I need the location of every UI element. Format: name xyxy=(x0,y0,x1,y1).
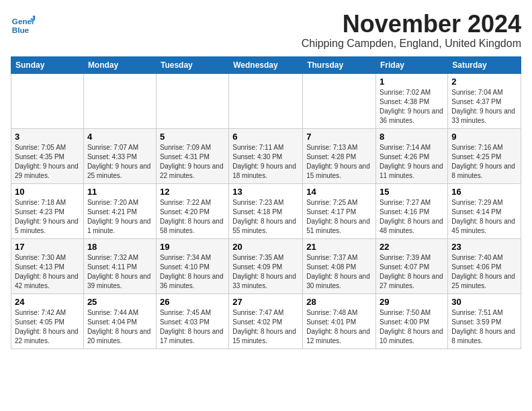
day-info: Sunrise: 7:40 AM Sunset: 4:06 PM Dayligh… xyxy=(451,253,517,291)
month-title: November 2024 xyxy=(302,11,521,38)
day-info: Sunrise: 7:32 AM Sunset: 4:11 PM Dayligh… xyxy=(87,253,152,291)
calendar-cell: 13Sunrise: 7:23 AM Sunset: 4:18 PM Dayli… xyxy=(229,183,303,238)
day-info: Sunrise: 7:22 AM Sunset: 4:20 PM Dayligh… xyxy=(160,198,225,236)
location-subtitle: Chipping Campden, England, United Kingdo… xyxy=(302,38,521,50)
day-number: 16 xyxy=(451,187,517,197)
calendar-cell: 6Sunrise: 7:11 AM Sunset: 4:30 PM Daylig… xyxy=(229,128,303,183)
weekday-header-thursday: Thursday xyxy=(303,56,376,73)
page-header: General Blue November 2024 Chipping Camp… xyxy=(11,11,521,54)
title-area: November 2024 Chipping Campden, England,… xyxy=(302,11,521,54)
day-number: 21 xyxy=(306,242,372,252)
day-info: Sunrise: 7:48 AM Sunset: 4:01 PM Dayligh… xyxy=(306,308,372,346)
calendar-cell: 8Sunrise: 7:14 AM Sunset: 4:26 PM Daylig… xyxy=(376,128,448,183)
day-number: 7 xyxy=(306,132,372,142)
day-number: 18 xyxy=(87,242,152,252)
svg-text:General: General xyxy=(12,17,35,26)
day-number: 24 xyxy=(15,297,80,307)
day-info: Sunrise: 7:27 AM Sunset: 4:16 PM Dayligh… xyxy=(380,198,444,236)
weekday-header-wednesday: Wednesday xyxy=(229,56,303,73)
calendar-cell: 4Sunrise: 7:07 AM Sunset: 4:33 PM Daylig… xyxy=(83,128,156,183)
calendar-cell: 1Sunrise: 7:02 AM Sunset: 4:38 PM Daylig… xyxy=(376,73,448,128)
day-info: Sunrise: 7:50 AM Sunset: 4:00 PM Dayligh… xyxy=(380,308,444,346)
svg-text:Blue: Blue xyxy=(12,26,30,34)
calendar-cell: 29Sunrise: 7:50 AM Sunset: 4:00 PM Dayli… xyxy=(376,293,448,349)
weekday-header-monday: Monday xyxy=(83,56,156,73)
calendar-header: SundayMondayTuesdayWednesdayThursdayFrid… xyxy=(11,56,521,73)
day-info: Sunrise: 7:02 AM Sunset: 4:38 PM Dayligh… xyxy=(380,88,444,126)
day-number: 4 xyxy=(87,132,152,142)
calendar-cell: 5Sunrise: 7:09 AM Sunset: 4:31 PM Daylig… xyxy=(156,128,228,183)
day-number: 10 xyxy=(15,187,80,197)
day-info: Sunrise: 7:23 AM Sunset: 4:18 PM Dayligh… xyxy=(232,198,299,236)
day-number: 28 xyxy=(306,297,372,307)
day-number: 14 xyxy=(306,187,372,197)
day-info: Sunrise: 7:45 AM Sunset: 4:03 PM Dayligh… xyxy=(160,308,225,346)
calendar-table: SundayMondayTuesdayWednesdayThursdayFrid… xyxy=(11,56,521,349)
calendar-cell: 17Sunrise: 7:30 AM Sunset: 4:13 PM Dayli… xyxy=(11,238,84,293)
day-info: Sunrise: 7:05 AM Sunset: 4:35 PM Dayligh… xyxy=(15,143,80,181)
calendar-cell: 12Sunrise: 7:22 AM Sunset: 4:20 PM Dayli… xyxy=(156,183,228,238)
calendar-cell: 25Sunrise: 7:44 AM Sunset: 4:04 PM Dayli… xyxy=(83,293,156,349)
day-info: Sunrise: 7:14 AM Sunset: 4:26 PM Dayligh… xyxy=(380,143,444,181)
day-number: 8 xyxy=(380,132,444,142)
calendar-week-row: 24Sunrise: 7:42 AM Sunset: 4:05 PM Dayli… xyxy=(11,293,521,349)
calendar-cell xyxy=(11,73,84,128)
day-number: 30 xyxy=(451,297,517,307)
day-info: Sunrise: 7:44 AM Sunset: 4:04 PM Dayligh… xyxy=(87,308,152,346)
day-number: 1 xyxy=(380,77,444,87)
day-number: 2 xyxy=(451,77,517,87)
calendar-cell: 10Sunrise: 7:18 AM Sunset: 4:23 PM Dayli… xyxy=(11,183,84,238)
weekday-header-tuesday: Tuesday xyxy=(156,56,228,73)
day-info: Sunrise: 7:30 AM Sunset: 4:13 PM Dayligh… xyxy=(15,253,80,291)
day-number: 27 xyxy=(232,297,299,307)
calendar-cell: 7Sunrise: 7:13 AM Sunset: 4:28 PM Daylig… xyxy=(303,128,376,183)
day-info: Sunrise: 7:34 AM Sunset: 4:10 PM Dayligh… xyxy=(160,253,225,291)
day-number: 15 xyxy=(380,187,444,197)
calendar-cell: 9Sunrise: 7:16 AM Sunset: 4:25 PM Daylig… xyxy=(448,128,521,183)
day-number: 13 xyxy=(232,187,299,197)
day-number: 11 xyxy=(87,187,152,197)
day-number: 22 xyxy=(380,242,444,252)
calendar-cell: 18Sunrise: 7:32 AM Sunset: 4:11 PM Dayli… xyxy=(83,238,156,293)
calendar-cell xyxy=(83,73,156,128)
weekday-header-row: SundayMondayTuesdayWednesdayThursdayFrid… xyxy=(11,56,521,73)
calendar-cell: 22Sunrise: 7:39 AM Sunset: 4:07 PM Dayli… xyxy=(376,238,448,293)
day-info: Sunrise: 7:29 AM Sunset: 4:14 PM Dayligh… xyxy=(451,198,517,236)
day-info: Sunrise: 7:18 AM Sunset: 4:23 PM Dayligh… xyxy=(15,198,80,236)
weekday-header-saturday: Saturday xyxy=(448,56,521,73)
day-info: Sunrise: 7:16 AM Sunset: 4:25 PM Dayligh… xyxy=(451,143,517,181)
day-number: 23 xyxy=(451,242,517,252)
day-info: Sunrise: 7:51 AM Sunset: 3:59 PM Dayligh… xyxy=(451,308,517,346)
day-number: 12 xyxy=(160,187,225,197)
calendar-cell: 30Sunrise: 7:51 AM Sunset: 3:59 PM Dayli… xyxy=(448,293,521,349)
calendar-week-row: 1Sunrise: 7:02 AM Sunset: 4:38 PM Daylig… xyxy=(11,73,521,128)
day-info: Sunrise: 7:37 AM Sunset: 4:08 PM Dayligh… xyxy=(306,253,372,291)
calendar-cell: 3Sunrise: 7:05 AM Sunset: 4:35 PM Daylig… xyxy=(11,128,84,183)
day-info: Sunrise: 7:42 AM Sunset: 4:05 PM Dayligh… xyxy=(15,308,80,346)
logo-icon: General Blue xyxy=(11,13,35,38)
day-info: Sunrise: 7:11 AM Sunset: 4:30 PM Dayligh… xyxy=(232,143,299,181)
calendar-cell: 15Sunrise: 7:27 AM Sunset: 4:16 PM Dayli… xyxy=(376,183,448,238)
day-number: 17 xyxy=(15,242,80,252)
day-number: 26 xyxy=(160,297,225,307)
day-number: 29 xyxy=(380,297,444,307)
day-info: Sunrise: 7:47 AM Sunset: 4:02 PM Dayligh… xyxy=(232,308,299,346)
day-info: Sunrise: 7:07 AM Sunset: 4:33 PM Dayligh… xyxy=(87,143,152,181)
calendar-cell xyxy=(156,73,228,128)
calendar-cell: 2Sunrise: 7:04 AM Sunset: 4:37 PM Daylig… xyxy=(448,73,521,128)
calendar-cell: 16Sunrise: 7:29 AM Sunset: 4:14 PM Dayli… xyxy=(448,183,521,238)
day-number: 9 xyxy=(451,132,517,142)
day-info: Sunrise: 7:13 AM Sunset: 4:28 PM Dayligh… xyxy=(306,143,372,181)
day-info: Sunrise: 7:04 AM Sunset: 4:37 PM Dayligh… xyxy=(451,88,517,126)
day-info: Sunrise: 7:20 AM Sunset: 4:21 PM Dayligh… xyxy=(87,198,152,236)
calendar-cell xyxy=(229,73,303,128)
day-info: Sunrise: 7:09 AM Sunset: 4:31 PM Dayligh… xyxy=(160,143,225,181)
day-info: Sunrise: 7:35 AM Sunset: 4:09 PM Dayligh… xyxy=(232,253,299,291)
calendar-week-row: 17Sunrise: 7:30 AM Sunset: 4:13 PM Dayli… xyxy=(11,238,521,293)
calendar-cell: 14Sunrise: 7:25 AM Sunset: 4:17 PM Dayli… xyxy=(303,183,376,238)
weekday-header-friday: Friday xyxy=(376,56,448,73)
day-number: 25 xyxy=(87,297,152,307)
logo: General Blue xyxy=(11,13,35,38)
calendar-cell xyxy=(303,73,376,128)
day-number: 20 xyxy=(232,242,299,252)
